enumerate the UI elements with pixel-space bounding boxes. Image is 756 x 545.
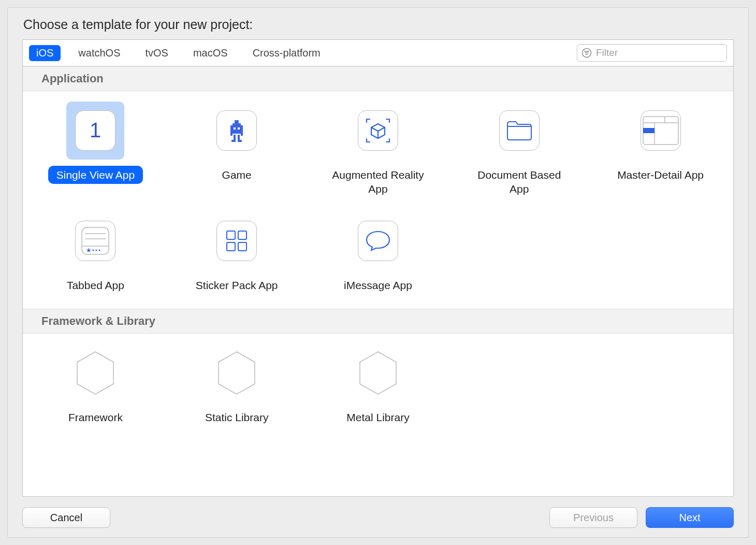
cancel-button[interactable]: Cancel	[22, 507, 110, 528]
svg-rect-34	[227, 242, 235, 251]
sticker-grid-icon	[208, 212, 266, 270]
footer: Cancel Previous Next	[22, 497, 734, 528]
ar-cube-icon	[349, 102, 407, 160]
svg-text:1: 1	[90, 119, 101, 141]
folder-icon	[490, 102, 548, 160]
template-label: Document Based App	[462, 166, 576, 198]
filter-input[interactable]	[596, 47, 722, 59]
svg-rect-7	[230, 125, 232, 136]
template-label: Metal Library	[338, 408, 417, 426]
platform-tabs: iOS watchOS tvOS macOS Cross-platform	[29, 45, 328, 61]
template-game[interactable]: Game	[166, 98, 308, 198]
toolbar: iOS watchOS tvOS macOS Cross-platform	[23, 40, 733, 66]
filter-field-wrap[interactable]	[577, 44, 727, 62]
toolbox-icon	[66, 344, 124, 402]
tab-watchos[interactable]: watchOS	[71, 45, 127, 61]
svg-rect-11	[238, 135, 240, 140]
template-static-library[interactable]: Static Library	[166, 341, 308, 426]
svg-rect-5	[235, 120, 239, 123]
tab-tvos[interactable]: tvOS	[138, 45, 176, 61]
template-chooser-window: Choose a template for your new project: …	[7, 7, 749, 538]
template-label: Static Library	[197, 408, 277, 426]
template-label: iMessage App	[336, 276, 420, 294]
library-building-icon	[208, 344, 266, 402]
svg-rect-6	[232, 123, 241, 125]
metal-m-icon	[349, 344, 407, 402]
svg-text:★: ★	[86, 247, 92, 254]
svg-rect-32	[227, 231, 235, 239]
template-sticker-pack-app[interactable]: Sticker Pack App	[166, 209, 308, 294]
robot-sprite-icon	[208, 102, 266, 160]
svg-rect-8	[241, 125, 243, 136]
previous-button[interactable]: Previous	[549, 507, 637, 528]
svg-point-30	[96, 249, 97, 251]
speech-bubble-icon	[349, 212, 407, 270]
content-panel: iOS watchOS tvOS macOS Cross-platform	[22, 39, 734, 497]
template-label: Sticker Pack App	[187, 276, 286, 294]
template-label: Augmented Reality App	[321, 166, 435, 198]
tabbed-icon: ★	[66, 212, 124, 270]
template-tabbed-app[interactable]: ★ Tabbed App	[25, 209, 166, 294]
template-label: Framework	[60, 408, 131, 426]
svg-rect-15	[238, 127, 240, 130]
svg-point-29	[93, 249, 94, 251]
svg-rect-22	[643, 128, 655, 133]
svg-marker-39	[219, 352, 255, 394]
template-document-based-app[interactable]: Document Based App	[448, 98, 590, 198]
svg-rect-35	[238, 242, 246, 251]
section-header-framework: Framework & Library	[23, 309, 733, 334]
svg-marker-36	[77, 352, 113, 394]
template-metal-library[interactable]: Metal Library	[308, 341, 449, 426]
page-title: Choose a template for your new project:	[23, 17, 734, 32]
template-imessage-app[interactable]: iMessage App	[308, 209, 449, 294]
template-label: Tabbed App	[59, 276, 133, 294]
framework-grid: Framework	[23, 334, 733, 441]
svg-point-31	[99, 249, 100, 251]
next-button[interactable]: Next	[646, 507, 734, 528]
template-single-view-app[interactable]: 1 Single View App	[25, 98, 166, 198]
svg-rect-13	[238, 140, 242, 142]
application-grid: 1 Single View App	[23, 91, 733, 309]
section-header-application: Application	[23, 66, 733, 91]
svg-rect-12	[231, 140, 236, 142]
template-augmented-reality-app[interactable]: Augmented Reality App	[308, 98, 449, 198]
template-label: Game	[214, 166, 260, 184]
filter-icon	[581, 48, 592, 58]
master-detail-icon	[632, 102, 690, 160]
digit-one-icon: 1	[66, 102, 124, 160]
svg-marker-47	[360, 352, 396, 394]
tab-ios[interactable]: iOS	[29, 45, 61, 61]
svg-rect-10	[234, 135, 236, 140]
svg-rect-33	[238, 231, 246, 239]
tab-macos[interactable]: macOS	[186, 45, 235, 61]
tab-cross-platform[interactable]: Cross-platform	[245, 45, 328, 61]
svg-rect-14	[234, 127, 236, 130]
template-master-detail-app[interactable]: Master-Detail App	[590, 98, 731, 198]
template-framework[interactable]: Framework	[25, 341, 166, 426]
template-label: Master-Detail App	[609, 166, 712, 184]
template-label: Single View App	[48, 166, 143, 184]
